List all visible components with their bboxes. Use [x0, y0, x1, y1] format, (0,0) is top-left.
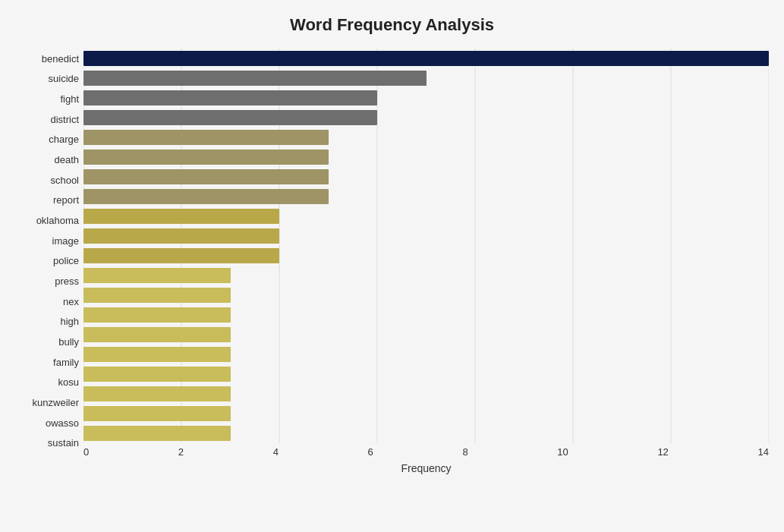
y-label: school: [50, 170, 79, 190]
x-tick-label: 8: [462, 446, 468, 458]
bar-row: [83, 187, 769, 206]
x-tick-label: 14: [757, 446, 768, 458]
bar: [83, 288, 231, 303]
bar-row: [83, 423, 769, 443]
y-label: report: [53, 190, 79, 211]
y-label: benedict: [42, 49, 79, 69]
x-axis-labels: 02468101214: [83, 443, 769, 461]
y-label: suicide: [49, 69, 79, 90]
bar-row: [83, 345, 769, 364]
bar-row: [83, 88, 769, 108]
x-tick-label: 10: [557, 446, 568, 458]
bar-row: [83, 325, 769, 345]
y-label: family: [53, 352, 79, 373]
bar: [83, 347, 231, 362]
x-tick-label: 12: [657, 446, 668, 458]
bar: [83, 150, 329, 165]
x-axis-title: Frequency: [83, 461, 769, 474]
bar: [83, 51, 769, 66]
bar: [83, 130, 329, 145]
chart-container: Word Frequency Analysis benedictsuicidef…: [0, 0, 784, 532]
y-label: death: [54, 150, 79, 170]
bars-wrapper: [83, 49, 769, 443]
y-label: oklahoma: [36, 210, 79, 231]
y-label: nex: [63, 291, 79, 312]
bar-row: [83, 206, 769, 226]
x-tick-label: 4: [273, 446, 279, 458]
bar: [83, 169, 329, 184]
bar-row: [83, 305, 769, 325]
bar: [83, 307, 231, 323]
x-tick-label: 6: [368, 446, 373, 458]
bar: [83, 426, 231, 441]
chart-area: benedictsuicidefightdistrictchargedeaths…: [15, 49, 769, 474]
bar: [83, 268, 231, 283]
y-label: owasso: [46, 413, 79, 433]
x-tick-label: 2: [178, 446, 184, 458]
bar-row: [83, 127, 769, 147]
y-label: kosu: [58, 373, 79, 393]
bar-row: [83, 108, 769, 127]
bar-row: [83, 384, 769, 404]
y-label: fight: [60, 89, 79, 109]
bar: [83, 90, 377, 105]
bar-row: [83, 266, 769, 285]
bar-row: [83, 246, 769, 266]
bar-row: [83, 147, 769, 167]
bar-row: [83, 404, 769, 423]
y-label: image: [52, 231, 79, 251]
bar-row: [83, 285, 769, 305]
y-label: press: [55, 271, 79, 291]
plot-area: 02468101214 Frequency: [83, 49, 769, 474]
bar: [83, 386, 231, 401]
chart-title: Word Frequency Analysis: [15, 15, 769, 35]
bar-row: [83, 68, 769, 88]
bar-row: [83, 364, 769, 384]
bar-row: [83, 167, 769, 187]
bar: [83, 327, 231, 342]
bar: [83, 71, 427, 86]
bar-row: [83, 49, 769, 68]
y-label: kunzweiler: [33, 392, 79, 413]
bar: [83, 228, 279, 244]
y-axis: benedictsuicidefightdistrictchargedeaths…: [15, 49, 83, 474]
y-label: police: [53, 251, 79, 272]
y-label: district: [50, 109, 79, 130]
y-label: charge: [49, 130, 79, 150]
bar: [83, 209, 279, 224]
y-label: sustain: [48, 433, 79, 453]
x-tick-label: 0: [83, 446, 89, 458]
bar: [83, 367, 231, 382]
y-label: bully: [58, 332, 79, 352]
bar: [83, 248, 279, 263]
y-label: high: [60, 312, 79, 332]
bar: [83, 110, 377, 125]
bar-row: [83, 226, 769, 246]
bar: [83, 406, 231, 421]
bar: [83, 189, 329, 204]
